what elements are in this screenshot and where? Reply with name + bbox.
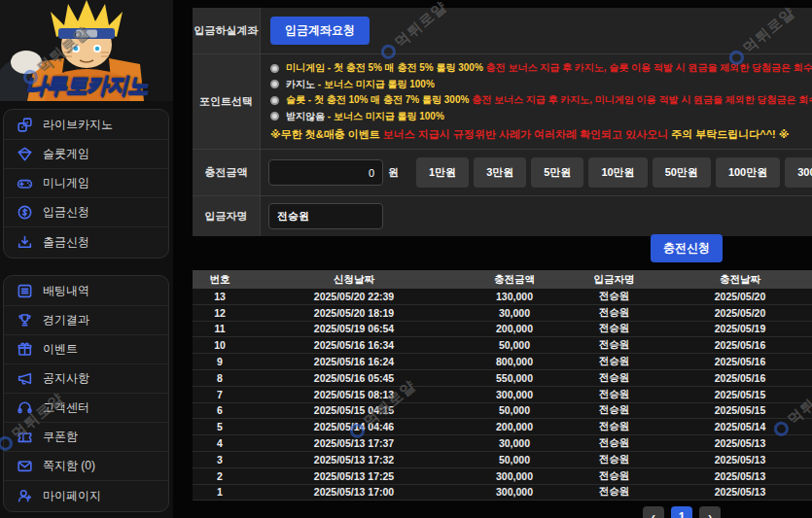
option-name: 받지않음 (286, 111, 325, 121)
sidebar-item-label: 경기결과 (43, 312, 89, 328)
cell-depositor: 전승원 (568, 306, 660, 320)
col-amount: 충전금액 (461, 273, 568, 287)
cell-request-date: 2025/05/13 17:32 (247, 454, 461, 466)
table-row: 9 2025/05/16 16:24 800,000 전승원 2025/05/1… (193, 354, 812, 370)
sidebar-item-label: 미니게임 (43, 175, 89, 191)
cell-amount: 30,000 (461, 437, 568, 449)
ticket-icon (17, 429, 33, 445)
sidebar-item-notice[interactable]: 공지사항 (4, 364, 168, 394)
table-row: 4 2025/05/13 17:37 30,000 전승원 2025/05/13 (193, 435, 812, 452)
option-name: 카지노 (286, 79, 315, 89)
deposit-page: 나루토카지노 라이브카지노 슬롯게임 미니게임 입금신청 출금신청 (0, 0, 812, 518)
prev-page-button[interactable]: ‹ (643, 506, 664, 518)
sidebar-item-label: 라이브카지노 (43, 117, 113, 133)
sidebar-item-label: 배팅내역 (43, 283, 89, 299)
col-depositor: 입금자명 (568, 273, 660, 287)
amount-preset-button[interactable]: 300만원 (785, 157, 812, 188)
sidebar-item-label: 공지사항 (43, 370, 89, 387)
cell-amount: 30,000 (461, 307, 568, 319)
megaphone-icon (17, 370, 33, 387)
cell-charge-date: 2025/05/13 (660, 470, 812, 482)
amount-preset-button[interactable]: 5만원 (531, 157, 583, 188)
sidebar-item-mypage[interactable]: 마이페이지 (4, 481, 168, 510)
cell-no: 2 (193, 470, 247, 482)
cell-charge-date: 2025/05/20 (660, 307, 812, 319)
coin-icon (17, 204, 33, 221)
table-row: 11 2025/05/19 06:54 200,000 전승원 2025/05/… (193, 322, 812, 338)
radio-minigame[interactable] (270, 64, 279, 73)
amount-preset-button[interactable]: 100만원 (716, 157, 780, 188)
col-no: 번호 (193, 273, 247, 287)
trophy-icon (17, 312, 33, 328)
cell-request-date: 2025/05/14 04:46 (247, 421, 461, 432)
cell-no: 12 (193, 307, 247, 319)
next-page-button[interactable]: › (699, 506, 721, 518)
cell-depositor: 전승원 (568, 485, 660, 499)
radio-casino[interactable] (270, 80, 279, 88)
cell-charge-date: 2025/05/13 (660, 486, 812, 498)
cell-charge-date: 2025/05/15 (660, 404, 812, 416)
cell-request-date: 2025/05/13 17:00 (247, 486, 461, 498)
depositor-label: 입금자명 (193, 196, 261, 236)
cell-charge-date: 2025/05/19 (660, 323, 812, 334)
list-icon (17, 283, 33, 299)
table-row: 1 2025/05/13 17:00 300,000 전승원 2025/05/1… (193, 485, 812, 501)
gamepad-icon (17, 175, 33, 191)
cell-amount: 300,000 (461, 486, 568, 498)
point-option-casino: 카지노 - 보너스 미지급 롤링 100% (270, 77, 812, 93)
notice-emphasis: 주의 부탁드립니다^^! (671, 128, 776, 140)
sidebar-item-event[interactable]: 이벤트 (4, 335, 168, 364)
request-account-button[interactable]: 입금계좌요청 (270, 17, 370, 45)
submit-deposit-button[interactable]: 충전신청 (651, 234, 723, 262)
cell-amount: 200,000 (461, 323, 568, 334)
option-detail: - 첫 충전 5% 매 충전 5% 롤링 300% (325, 62, 486, 73)
amount-preset-button[interactable]: 50만원 (653, 157, 711, 188)
sidebar-item-messages[interactable]: 쪽지함 (0) (4, 452, 168, 481)
sidebar-item-live-casino[interactable]: 라이브카지노 (4, 111, 168, 140)
sidebar-item-mini-game[interactable]: 미니게임 (4, 169, 168, 198)
amount-preset-button[interactable]: 1만원 (416, 157, 469, 188)
sidebar-item-game-results[interactable]: 경기결과 (4, 306, 168, 335)
col-request-date: 신청날짜 (247, 273, 461, 287)
cell-request-date: 2025/05/13 17:25 (247, 470, 461, 482)
sidebar-item-label: 출금신청 (43, 234, 89, 251)
sidebar-item-slot-game[interactable]: 슬롯게임 (4, 140, 168, 169)
table-row: 10 2025/05/16 16:34 50,000 전승원 2025/05/1… (193, 337, 812, 354)
sidebar-item-betting-history[interactable]: 배팅내역 (4, 277, 168, 306)
table-body: 13 2025/05/20 22:39 130,000 전승원 2025/05/… (193, 289, 812, 501)
sidebar-item-support[interactable]: 고객센터 (4, 394, 168, 423)
amount-preset-button[interactable]: 3만원 (474, 157, 526, 188)
sidebar-item-label: 이벤트 (43, 341, 78, 358)
amount-preset-button[interactable]: 10만원 (588, 157, 647, 188)
cell-depositor: 전승원 (568, 469, 660, 483)
dice-icon (17, 117, 33, 133)
point-option-minigame: 미니게임 - 첫 충전 5% 매 충전 5% 롤링 300% 충전 보너스 지급… (270, 60, 812, 77)
cell-charge-date: 2025/05/20 (660, 291, 812, 302)
amount-input[interactable] (268, 159, 383, 186)
cell-charge-date: 2025/05/16 (660, 339, 812, 351)
point-option-slot: 슬롯 - 첫 충전 10% 매 충전 7% 롤링 300% 충전 보너스 지급 … (270, 92, 812, 109)
naruto-hero-image: 나루토카지노 (0, 0, 173, 101)
main-content: 입금하실계좌 입금계좌요청 포인트선택 미니게임 - 첫 충전 5% 매 충전 … (193, 0, 812, 518)
cell-request-date: 2025/05/16 05:45 (247, 372, 461, 384)
deposit-form: 입금하실계좌 입금계좌요청 포인트선택 미니게임 - 첫 충전 5% 매 충전 … (193, 8, 812, 236)
sidebar-item-withdraw[interactable]: 출금신청 (4, 227, 168, 257)
current-page-button[interactable]: 1 (671, 506, 692, 518)
form-row-name: 입금자명 (193, 196, 812, 236)
cell-no: 10 (193, 339, 247, 351)
sidebar-item-deposit[interactable]: 입금신청 (4, 198, 168, 227)
radio-none[interactable] (270, 112, 279, 121)
sidebar-item-label: 쪽지함 (0) (43, 458, 95, 474)
sidebar-item-coupon[interactable]: 쿠폰함 (4, 423, 168, 452)
table-header: 번호 신청날짜 충전금액 입금자명 충전날짜 (193, 270, 812, 289)
cell-amount: 50,000 (461, 454, 568, 466)
cell-charge-date: 2025/05/16 (660, 356, 812, 367)
deposit-history-table: 번호 신청날짜 충전금액 입금자명 충전날짜 13 2025/05/20 22:… (193, 270, 812, 501)
depositor-name-input[interactable] (268, 203, 383, 229)
cell-charge-date: 2025/05/16 (660, 372, 812, 384)
col-charge-date: 충전날짜 (660, 273, 812, 287)
table-row: 6 2025/05/15 04:15 50,000 전승원 2025/05/15 (193, 403, 812, 420)
cell-depositor: 전승원 (568, 453, 660, 466)
cell-request-date: 2025/05/16 16:24 (247, 356, 461, 367)
radio-slot[interactable] (270, 96, 279, 105)
